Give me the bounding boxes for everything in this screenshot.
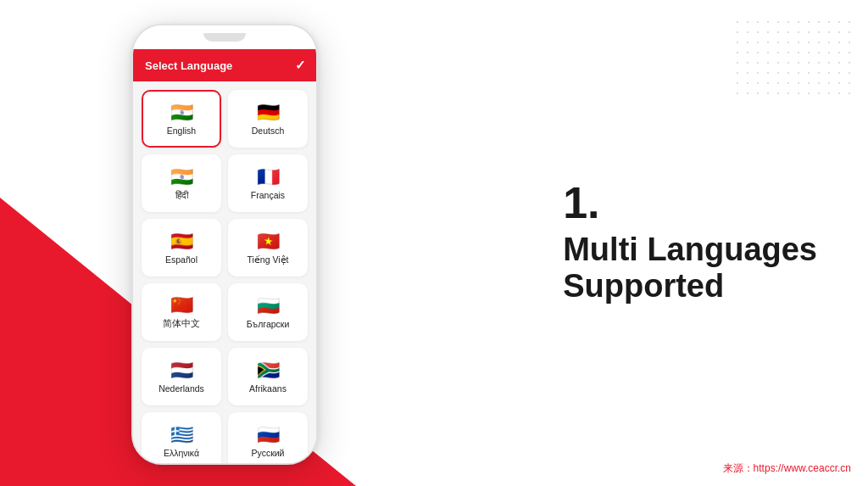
lang-item-espanol[interactable]: 🇪🇸 Español [142,219,221,277]
lang-item-dutch[interactable]: 🇳🇱 Nederlands [142,348,221,405]
phone-screen: Select Language ✓ 🇮🇳 English 🇩🇪 Deutsch … [133,25,316,463]
lang-item-deutsch[interactable]: 🇩🇪 Deutsch [228,90,308,148]
label-greek: Ελληνικά [164,448,199,458]
feature-number: 1. [563,181,817,225]
flag-russian: 🇷🇺 [257,426,280,444]
feature-title-line1: Multi Languages [563,232,817,267]
lang-item-chinese[interactable]: 🇨🇳 简体中文 [142,283,221,341]
flag-deutsch: 🇩🇪 [257,103,280,122]
feature-text-block: 1. Multi Languages Supported [563,181,817,305]
flag-dutch: 🇳🇱 [170,361,193,380]
label-espanol: Español [165,254,198,265]
phone-notch [203,33,246,42]
dot-pattern-decoration [732,17,851,102]
lang-item-afrikaans[interactable]: 🇿🇦 Afrikaans [228,348,308,405]
phone-header-bar: Select Language ✓ [133,49,316,81]
lang-item-hindi[interactable]: 🇮🇳 हिंदी [142,154,221,212]
flag-francais: 🇫🇷 [257,168,280,187]
phone-top-bar [133,25,316,49]
flag-afrikaans: 🇿🇦 [257,361,280,380]
label-chinese: 简体中文 [163,318,200,330]
label-francais: Français [251,190,285,200]
label-deutsch: Deutsch [252,126,285,136]
label-dutch: Nederlands [159,383,204,394]
label-afrikaans: Afrikaans [249,383,287,394]
confirm-check-icon[interactable]: ✓ [295,58,306,73]
lang-item-bulgarian[interactable]: 🇧🇬 Български [228,283,308,341]
feature-title-line2: Supported [563,269,724,304]
flag-hindi: 🇮🇳 [170,168,193,187]
flag-bulgarian: 🇧🇬 [257,297,280,316]
flag-espanol: 🇪🇸 [170,232,193,251]
flag-chinese: 🇨🇳 [170,296,193,315]
label-english: English [167,126,196,136]
lang-item-english[interactable]: 🇮🇳 English [142,90,221,148]
feature-title: Multi Languages Supported [563,232,817,305]
flag-english: 🇮🇳 [170,103,193,122]
phone-outer-shell: Select Language ✓ 🇮🇳 English 🇩🇪 Deutsch … [131,24,318,465]
flag-tieng-viet: 🇻🇳 [257,232,280,251]
watermark-text: 来源：https://www.ceaccr.cn [723,461,851,476]
label-bulgarian: Български [247,319,290,329]
lang-item-greek[interactable]: 🇬🇷 Ελληνικά [142,412,221,463]
label-tieng-viet: Tiếng Việt [247,254,288,265]
lang-item-tieng-viet[interactable]: 🇻🇳 Tiếng Việt [228,219,308,277]
select-language-title: Select Language [145,59,232,72]
label-russian: Русский [252,448,285,458]
lang-item-russian[interactable]: 🇷🇺 Русский [228,412,308,463]
phone-mockup: Select Language ✓ 🇮🇳 English 🇩🇪 Deutsch … [131,24,318,465]
language-grid: 🇮🇳 English 🇩🇪 Deutsch 🇮🇳 हिंदी 🇫🇷 França… [133,81,316,463]
label-hindi: हिंदी [175,190,188,201]
lang-item-francais[interactable]: 🇫🇷 Français [228,154,308,212]
flag-greek: 🇬🇷 [170,426,193,444]
